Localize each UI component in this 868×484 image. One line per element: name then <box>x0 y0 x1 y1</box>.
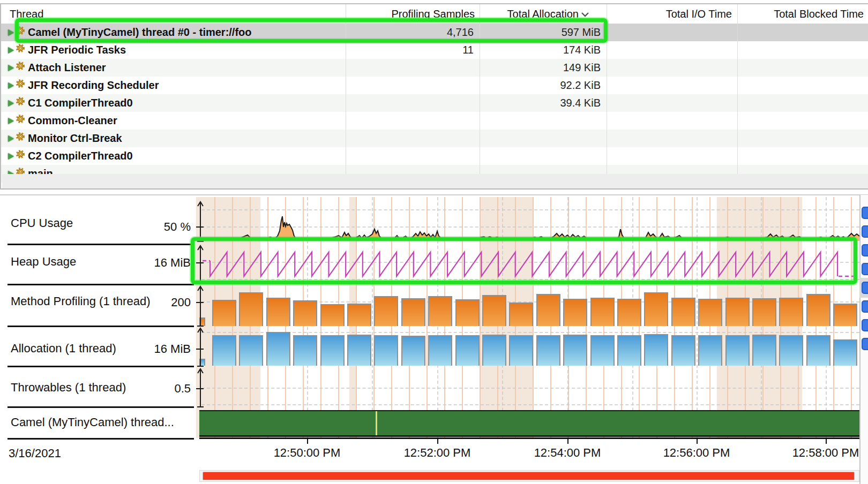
table-row[interactable]: JFR Recording Scheduler92.2 KiB <box>1 77 868 94</box>
table-row[interactable]: JFR Periodic Tasks11174 KiB <box>1 41 868 59</box>
thread-lifetime-lane[interactable] <box>199 410 859 437</box>
table-row[interactable]: Monitor Ctrl-Break <box>1 130 868 147</box>
table-row[interactable]: Attach Listener149 KiB <box>1 59 868 77</box>
method-profiling-bar[interactable] <box>590 298 615 326</box>
allocation-bar[interactable] <box>671 335 695 366</box>
lane-settings-button[interactable] <box>862 263 868 275</box>
allocation-bar[interactable] <box>779 335 803 366</box>
allocation-bar[interactable] <box>482 335 506 366</box>
value-gridline-dashed <box>201 404 859 405</box>
lane-label-4: Allocation (1 thread) <box>11 341 116 356</box>
allocation-bar[interactable] <box>347 335 371 366</box>
expand-arrow-icon[interactable] <box>8 47 14 54</box>
allocation-bar[interactable] <box>536 335 560 366</box>
allocation-bar[interactable] <box>806 335 830 366</box>
lane-settings-button[interactable] <box>862 338 868 350</box>
method-profiling-bar[interactable] <box>212 300 236 326</box>
allocation-bar[interactable] <box>644 334 668 366</box>
method-profiling-bar[interactable] <box>374 296 398 326</box>
lane-settings-button[interactable] <box>862 207 868 219</box>
event-gridline <box>480 197 481 438</box>
cell-allocation: 92.2 KiB <box>560 77 601 94</box>
cell-allocation: 149 KiB <box>563 59 601 77</box>
expand-arrow-icon[interactable] <box>8 29 14 36</box>
allocation-bar[interactable] <box>212 335 236 366</box>
table-row[interactable]: C1 CompilerThread039.4 KiB <box>1 94 868 112</box>
thread-gear-icon <box>16 43 25 53</box>
method-profiling-bar[interactable] <box>239 292 263 326</box>
allocation-bar[interactable] <box>752 335 776 366</box>
method-profiling-bar[interactable] <box>455 299 480 326</box>
heap-lane-annotation <box>191 237 857 284</box>
table-hscrollbar-track[interactable] <box>2 174 868 188</box>
lane-tick-label: 0.5 <box>174 381 191 396</box>
allocation-bar[interactable] <box>320 335 345 366</box>
lane-label-3: Method Profiling (1 thread) <box>11 294 150 309</box>
date-label: 3/16/2021 <box>9 447 61 460</box>
lane-label-1: CPU Usage <box>11 216 73 231</box>
allocation-bar[interactable] <box>590 335 615 366</box>
time-tick-label: 12:50:00 PM <box>243 446 371 460</box>
method-profiling-bar[interactable] <box>293 300 317 326</box>
lane-settings-button[interactable] <box>862 319 868 331</box>
method-profiling-bar[interactable] <box>779 298 803 326</box>
method-profiling-bar[interactable] <box>266 298 290 326</box>
method-profiling-bar[interactable] <box>401 298 425 326</box>
method-profiling-bar[interactable] <box>347 304 371 326</box>
method-profiling-bar[interactable] <box>752 298 776 326</box>
lane-settings-button[interactable] <box>862 282 868 294</box>
thread-gear-icon <box>16 79 25 88</box>
lane-settings-button[interactable] <box>862 225 868 238</box>
column-header-label: Total I/O Time <box>666 6 732 21</box>
allocation-bar[interactable] <box>509 335 533 366</box>
thread-name: Attach Listener <box>28 59 106 77</box>
time-tick-label: 12:54:00 PM <box>503 446 632 460</box>
method-profiling-bar[interactable] <box>428 296 452 326</box>
expand-arrow-icon[interactable] <box>8 118 14 124</box>
thread-gear-icon <box>16 61 25 71</box>
expand-arrow-icon[interactable] <box>8 65 14 71</box>
lane-settings-button[interactable] <box>862 300 868 313</box>
lane-settings-button[interactable] <box>862 244 868 256</box>
allocation-bar[interactable] <box>401 336 425 366</box>
allocation-bar[interactable] <box>374 335 398 366</box>
allocation-bar[interactable] <box>563 335 587 366</box>
allocation-bar[interactable] <box>428 335 452 366</box>
table-row[interactable]: Common-Cleaner <box>1 112 868 130</box>
table-row[interactable]: C2 CompilerThread0 <box>1 147 868 165</box>
method-profiling-bar[interactable] <box>671 298 695 326</box>
method-profiling-bar[interactable] <box>725 298 750 326</box>
profiler-threads-view: ThreadProfiling SamplesTotal AllocationT… <box>0 0 868 484</box>
allocation-bar[interactable] <box>617 335 641 366</box>
timeline-zoom-thumb[interactable] <box>203 472 855 480</box>
expand-arrow-icon[interactable] <box>8 100 14 107</box>
method-profiling-bar[interactable] <box>509 303 533 326</box>
method-profiling-bar[interactable] <box>617 299 641 326</box>
method-profiling-bar[interactable] <box>833 304 857 326</box>
lane-separator <box>8 438 194 440</box>
value-gridline-dashed <box>201 209 859 210</box>
method-profiling-bar[interactable] <box>320 304 345 326</box>
method-profiling-bar[interactable] <box>563 299 587 326</box>
allocation-bar[interactable] <box>698 335 722 366</box>
time-tick-label: 12:58:00 PM <box>761 446 868 460</box>
time-tick-label: 12:56:00 PM <box>632 446 761 460</box>
allocation-bar[interactable] <box>239 335 263 366</box>
allocation-bar[interactable] <box>266 332 290 366</box>
allocation-bar[interactable] <box>293 335 317 366</box>
expand-arrow-icon[interactable] <box>8 82 14 89</box>
column-header-total-blocked-time[interactable]: Total Blocked Time <box>774 6 864 21</box>
time-tick-mark <box>697 439 698 444</box>
thread-name: JFR Recording Scheduler <box>28 77 159 94</box>
allocation-bar[interactable] <box>725 335 750 366</box>
column-header-total-i-o-time[interactable]: Total I/O Time <box>666 6 732 21</box>
expand-arrow-icon[interactable] <box>8 135 14 142</box>
method-profiling-bar[interactable] <box>536 294 560 326</box>
method-profiling-bar[interactable] <box>806 294 830 326</box>
allocation-bar[interactable] <box>833 339 857 366</box>
method-profiling-bar[interactable] <box>482 295 506 326</box>
method-profiling-bar[interactable] <box>644 292 668 326</box>
allocation-bar[interactable] <box>455 335 480 366</box>
expand-arrow-icon[interactable] <box>8 153 14 160</box>
method-profiling-bar[interactable] <box>698 299 722 326</box>
